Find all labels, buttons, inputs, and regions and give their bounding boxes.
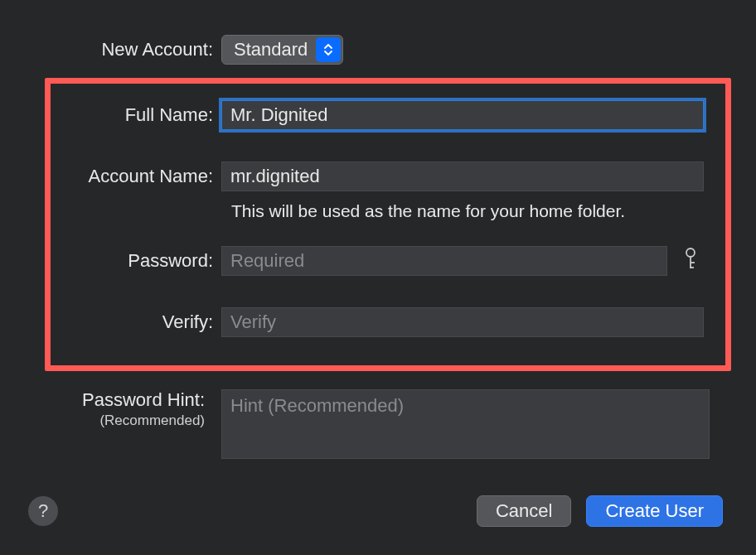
account-name-label: Account Name: bbox=[51, 166, 221, 187]
verify-label: Verify: bbox=[51, 311, 221, 333]
cancel-button[interactable]: Cancel bbox=[477, 495, 571, 527]
help-button[interactable]: ? bbox=[28, 496, 58, 526]
password-input[interactable] bbox=[221, 246, 667, 276]
new-account-row: New Account: Standard bbox=[10, 35, 746, 65]
full-name-label: Full Name: bbox=[51, 104, 221, 126]
password-hint-label: Password Hint: bbox=[10, 389, 213, 411]
new-account-label: New Account: bbox=[10, 39, 221, 60]
password-hint-input[interactable] bbox=[221, 389, 710, 459]
verify-field-col bbox=[221, 307, 725, 337]
verify-row: Verify: bbox=[51, 307, 725, 337]
create-user-button[interactable]: Create User bbox=[586, 495, 723, 527]
create-user-form: New Account: Standard Full Name: bbox=[10, 10, 746, 459]
password-label: Password: bbox=[51, 250, 221, 272]
highlighted-section: Full Name: Account Name: This will be us… bbox=[45, 78, 731, 371]
dialog-footer: ? Cancel Create User bbox=[10, 495, 746, 527]
password-hint-field-col bbox=[221, 389, 746, 459]
full-name-input[interactable] bbox=[221, 100, 704, 130]
password-row: Password: bbox=[51, 246, 725, 276]
account-name-input[interactable] bbox=[221, 162, 704, 191]
verify-input[interactable] bbox=[221, 307, 704, 337]
new-account-field: Standard bbox=[221, 35, 746, 65]
account-name-row: Account Name: bbox=[51, 162, 725, 191]
password-hint-sublabel: (Recommended) bbox=[10, 413, 213, 429]
account-name-field-col bbox=[221, 162, 725, 191]
account-name-helper: This will be used as the name for your h… bbox=[231, 201, 725, 221]
password-field-col bbox=[221, 246, 725, 276]
password-hint-label-wrap: Password Hint: (Recommended) bbox=[10, 389, 221, 430]
full-name-field-col bbox=[221, 100, 725, 130]
key-icon[interactable] bbox=[682, 247, 699, 275]
new-account-select-wrap: Standard bbox=[221, 35, 343, 65]
password-hint-row: Password Hint: (Recommended) bbox=[10, 389, 746, 459]
dialog-panel: New Account: Standard Full Name: bbox=[10, 10, 746, 545]
svg-point-0 bbox=[686, 249, 695, 257]
new-account-select[interactable]: Standard bbox=[221, 35, 343, 65]
full-name-row: Full Name: bbox=[51, 100, 725, 130]
